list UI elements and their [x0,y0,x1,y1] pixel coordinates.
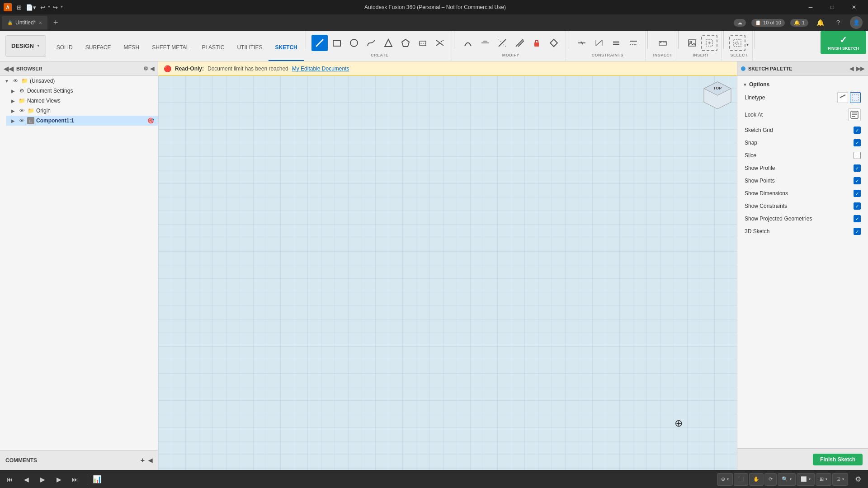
tab-mesh[interactable]: MESH [117,34,146,61]
circle-tool-button[interactable] [346,35,362,51]
finish-sketch-button[interactable]: Finish Sketch [813,454,863,465]
measure-btn[interactable] [655,35,671,51]
slot-tool-button[interactable] [415,35,431,51]
tree-expand-component[interactable]: ▶ [10,117,16,124]
eye-icon-unsaved[interactable]: 👁 [12,77,19,84]
settings-button[interactable]: ⚙ [852,473,864,486]
equal-constraint-btn[interactable] [608,35,624,51]
tab-utilities[interactable]: UTILITIES [231,34,269,61]
slice-checkbox[interactable] [854,152,861,159]
tree-item-component[interactable]: ▶ 👁 □ Component1:1 🎯 [6,116,158,126]
tree-item-unsaved[interactable]: ▼ 👁 📁 (Unsaved) [0,76,158,86]
tree-item-origin[interactable]: ▶ 👁 📁 Origin [6,106,158,116]
display-mode-button[interactable]: ⬜ ▾ [797,473,815,486]
component-target-icon[interactable]: 🎯 [147,117,154,124]
document-tab[interactable]: 🔒 Untitled* ✕ [2,16,47,29]
browser-settings-icon[interactable]: ⚙ [143,66,148,72]
tab-surface[interactable]: SURFACE [79,34,118,61]
linetype-solid-btn[interactable] [837,92,848,103]
sketch-grid-checkbox[interactable]: ✓ [854,127,861,134]
snap-checkbox[interactable]: ✓ [854,139,861,146]
look-at-button[interactable] [848,108,861,121]
close-tab-button[interactable]: ✕ [38,20,42,25]
new-tab-button[interactable]: + [49,16,62,29]
grid-btn[interactable]: ⊞ [15,4,23,11]
tab-plastic[interactable]: PLASTIC [195,34,231,61]
nav-last-button[interactable]: ⏭ [69,473,81,486]
tree-expand-unsaved[interactable]: ▼ [4,78,10,84]
show-points-checkbox[interactable]: ✓ [854,177,861,184]
minimize-button[interactable]: ─ [800,0,821,14]
tree-item-doc-settings[interactable]: ▶ ⚙ Document Settings [6,86,158,96]
show-profile-checkbox[interactable]: ✓ [854,164,861,172]
view-cube[interactable]: TOP [702,80,733,111]
tab-sheet-metal[interactable]: SHEET METAL [146,34,195,61]
tab-solid[interactable]: SOLID [50,34,79,61]
line-tool-button[interactable] [311,35,328,51]
maximize-button[interactable]: □ [822,0,843,14]
select-btn[interactable] [729,35,745,51]
cloud-save-button[interactable]: ☁ [734,19,746,27]
nav-prev-button[interactable]: ◀ [20,473,33,486]
orbit-tool-button[interactable]: ⟳ [764,473,777,486]
zoom-tool-button[interactable]: 🔍 ▾ [778,473,796,486]
dimension-btn[interactable] [591,35,607,51]
triangle-tool-button[interactable] [380,35,396,51]
polygon-tool-button[interactable] [397,35,414,51]
tree-expand-views[interactable]: ▶ [10,98,16,104]
browser-collapse-icon[interactable]: ◀ [150,66,154,72]
note-tool-button[interactable] [546,35,562,51]
lock-tool-button[interactable] [528,35,545,51]
capture-tool-button[interactable]: ⬛ [734,473,748,486]
show-projected-checkbox[interactable]: ✓ [854,215,861,222]
horizontal-constraint-btn[interactable] [574,35,590,51]
perpendicular-tool-button[interactable] [494,35,510,51]
design-dropdown-button[interactable]: DESIGN ▼ [5,35,46,57]
horizontal-line-btn[interactable] [625,35,642,51]
grid-toggle-button[interactable]: ⊞ ▾ [816,473,831,486]
offset-tool-button[interactable] [477,35,493,51]
nav-play-button[interactable]: ▶ [36,473,49,486]
linetype-dashed-btn[interactable] [850,92,861,103]
nav-next-button[interactable]: ▶ [52,473,65,486]
viewport-button[interactable]: ⊡ ▾ [832,473,848,486]
user-avatar[interactable]: 👤 [850,16,863,29]
sketch-3d-checkbox[interactable]: ✓ [854,228,861,235]
notification-counter[interactable]: 🔔 1 [790,19,808,27]
parallel-tool-button[interactable] [511,35,528,51]
palette-collapse-button[interactable]: ◀ [849,66,854,72]
browser-back-icon[interactable]: ◀◀ [4,65,14,72]
redo-arrow[interactable]: ▾ [61,4,63,11]
tab-sketch[interactable]: SKETCH [269,34,303,61]
show-constraints-checkbox[interactable]: ✓ [854,202,861,210]
select-dropdown-arrow[interactable]: ▾ [746,42,749,47]
show-dimensions-checkbox[interactable]: ✓ [854,190,861,197]
tree-item-named-views[interactable]: ▶ 📁 Named Views [6,96,158,106]
add-comment-button[interactable]: + [141,456,145,465]
notification-button[interactable]: 🔔 [814,16,826,29]
toolbar-quickaccess[interactable]: ⊞ 📄▾ ↩ ▾ ↪ ▾ [15,4,63,11]
trim-tool-button[interactable] [432,35,448,51]
eye-icon-component[interactable]: 👁 [18,117,25,124]
palette-expand-right-button[interactable]: ▶▶ [856,66,864,72]
spline-tool-button[interactable] [363,35,379,51]
editable-docs-link[interactable]: My Editable Documents [292,66,349,72]
tree-expand-origin[interactable]: ▶ [10,108,16,114]
nav-first-button[interactable]: ⏮ [4,473,16,486]
rectangle-tool-button[interactable] [329,35,345,51]
finish-sketch-toolbar-button[interactable]: ✓ FINISH SKETCH [821,31,866,54]
tree-expand-doc[interactable]: ▶ [10,88,16,94]
close-button[interactable]: ✕ [844,0,864,14]
pan-tool-button[interactable]: ✋ [749,473,764,486]
comments-collapse-button[interactable]: ◀ [148,457,152,464]
options-section-header[interactable]: ▼ Options [737,80,868,89]
help-button[interactable]: ? [832,16,844,29]
file-btn[interactable]: 📄▾ [24,4,38,11]
sketch-canvas[interactable]: Ø10.00 Ø13.30 ━━━ [158,76,294,144]
eye-icon-origin[interactable]: 👁 [18,107,25,114]
arc-tool-button[interactable] [460,35,476,51]
image-insert-btn[interactable] [684,35,700,51]
snap-tool-button[interactable]: ⊕ ▾ [717,473,733,486]
redo-btn[interactable]: ↪ [52,4,59,11]
canvas-area[interactable]: 🔴 Read-Only: Document limit has been rea… [158,61,737,470]
